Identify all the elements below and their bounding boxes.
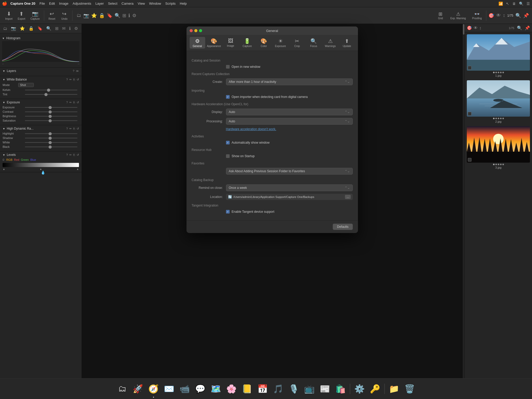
grid-tool-icon[interactable]: ⊞ — [54, 25, 59, 31]
remind-select[interactable]: Once a week ⌃⌄ — [226, 184, 353, 191]
dock-finder[interactable]: 🗂 — [115, 382, 130, 396]
eye-right-icon[interactable]: 👁 — [474, 26, 478, 30]
capture-button[interactable]: 📷 Capture — [28, 10, 42, 21]
menu-adjustments[interactable]: Adjustments — [73, 2, 91, 5]
open-importer-checkbox[interactable]: ✓ — [226, 95, 230, 99]
tangent-checkbox[interactable]: ✓ — [226, 210, 230, 214]
location-browse-btn[interactable]: ... — [345, 195, 350, 199]
dock-safari[interactable]: 🧭 — [146, 382, 161, 396]
star-view-icon[interactable]: ⭐ — [91, 13, 97, 18]
mail-tool-icon[interactable]: ✉ — [61, 25, 66, 31]
pin-icon[interactable]: 📌 — [523, 13, 529, 18]
search-icon[interactable]: 🔍 — [519, 2, 523, 6]
hdr-header[interactable]: ▼ High Dynamic Ra... ? ✏ ⎘ ↺ — [3, 127, 79, 130]
open-new-window-checkbox[interactable] — [226, 65, 230, 69]
menu-image[interactable]: Image — [59, 2, 68, 5]
grid-button[interactable]: ⊞ Grid — [435, 10, 446, 21]
dtb-exposure[interactable]: ☀ Exposure — [273, 37, 288, 49]
menu-scripts[interactable]: Scripts — [165, 2, 176, 5]
dock-appstore[interactable]: 🛍️ — [333, 382, 348, 396]
processing-select[interactable]: Auto ⌃⌄ — [226, 118, 353, 125]
layers-help[interactable]: ? — [73, 69, 74, 73]
menu-layer[interactable]: Layer — [95, 2, 104, 5]
dock-trash[interactable]: 🗑️ — [402, 382, 417, 396]
lock-tool-icon[interactable]: 🔒 — [28, 25, 35, 31]
close-button[interactable] — [190, 29, 193, 32]
eye-icon[interactable]: 👁 — [496, 13, 501, 18]
scrollbar-thumb[interactable] — [463, 24, 464, 35]
apple-menu[interactable]: 🍎 — [2, 1, 7, 6]
menu-view[interactable]: View — [138, 2, 145, 5]
dock-sysprefs[interactable]: ⚙️ — [352, 382, 367, 396]
brightness-thumb[interactable] — [49, 115, 52, 118]
hw-warning-link[interactable]: Hardware acceleration doesn't work. — [226, 127, 276, 131]
target-icon[interactable]: 🎯 — [488, 13, 494, 18]
favorites-select[interactable]: Ask About Adding Previous Session Folder… — [226, 168, 353, 175]
pin-right-icon[interactable]: 📌 — [525, 25, 530, 30]
reset-button[interactable]: ↩ Reset — [46, 10, 58, 21]
dock-facetime[interactable]: 📹 — [177, 382, 192, 396]
wb-reset[interactable]: ↺ — [77, 78, 79, 81]
menu-help[interactable]: Help — [180, 2, 187, 5]
exposure-reset[interactable]: ↺ — [77, 101, 79, 104]
levels-help[interactable]: ? — [66, 153, 68, 157]
exposure-copy[interactable]: ⎘ — [73, 101, 75, 104]
undo-button[interactable]: ↪ Undo — [59, 10, 70, 21]
dock-notes[interactable]: 📒 — [240, 382, 254, 396]
sort-icon[interactable]: ↕ — [503, 13, 505, 18]
dock-podcasts[interactable]: 🎙️ — [287, 382, 301, 396]
dtb-focus[interactable]: 🔍 Focus — [306, 37, 322, 49]
list-icon[interactable]: ☰ — [527, 2, 530, 6]
dock-calendar[interactable]: 📅 — [255, 382, 270, 396]
dock-launchpad[interactable]: 🚀 — [131, 382, 145, 396]
auto-show-checkbox[interactable]: ✓ — [226, 141, 230, 144]
wb-help[interactable]: ? — [66, 78, 68, 81]
hdr-copy[interactable]: ⎘ — [73, 127, 75, 130]
dtb-color[interactable]: 🎨 Color — [256, 37, 272, 49]
dtb-general[interactable]: ⚙ General — [190, 37, 205, 49]
menu-select[interactable]: Select — [108, 2, 117, 5]
maximize-button[interactable] — [199, 29, 202, 32]
dock-mail[interactable]: ✉️ — [162, 382, 176, 396]
dtb-update[interactable]: ⬆ Update — [339, 37, 355, 49]
wb-kelvin-thumb[interactable] — [47, 89, 50, 92]
dock-folder[interactable]: 📁 — [387, 382, 401, 396]
camera-view-icon[interactable]: 📷 — [83, 13, 89, 18]
exposure-thumb[interactable] — [49, 106, 52, 109]
folder-tool-icon[interactable]: 🗂 — [2, 26, 8, 31]
menu-file[interactable]: File — [39, 2, 45, 5]
thumbnail-3[interactable]: 3.jpg — [467, 126, 530, 169]
thumbnail-2-checkbox[interactable] — [468, 112, 471, 116]
info-icon[interactable]: ℹ — [128, 13, 130, 18]
wb-header[interactable]: ▼ White Balance ? ✏ ⎘ ↺ — [3, 78, 79, 81]
grid-icon-toolbar[interactable]: ⊞ — [122, 13, 126, 18]
exposure-header[interactable]: ▼ Exposure ? ✏ ⎘ ↺ — [3, 101, 79, 104]
menu-edit[interactable]: Edit — [49, 2, 55, 5]
hdr-reset[interactable]: ↺ — [77, 127, 79, 130]
levels-header[interactable]: ▼ Levels ? ✏ ⎘ ↺ — [3, 153, 79, 157]
thumbnail-1-checkbox[interactable] — [468, 66, 471, 70]
thumbnail-1[interactable]: 1.jpg — [467, 34, 530, 77]
levels-edit[interactable]: ✏ — [69, 153, 72, 157]
wb-tint-thumb[interactable] — [44, 93, 48, 96]
highlight-thumb[interactable] — [49, 132, 52, 135]
levels-blue-tab[interactable]: Blue — [30, 158, 36, 161]
levels-eyedropper-icon[interactable]: 💧 — [41, 170, 45, 175]
info-tool-icon[interactable]: ℹ — [68, 25, 72, 31]
search-right-panel-icon[interactable]: 🔍 — [517, 25, 522, 30]
dock-maps[interactable]: 🗺️ — [209, 382, 223, 396]
dock-photos[interactable]: 🌸 — [224, 382, 239, 396]
tag-tool-icon[interactable]: 🔖 — [36, 25, 44, 31]
import-button[interactable]: ⬇ Import — [3, 10, 15, 21]
defaults-button[interactable]: Defaults — [333, 224, 353, 230]
exposure-edit[interactable]: ✏ — [69, 101, 72, 104]
create-select[interactable]: After more than 1 hour of inactivity ⌃⌄ — [226, 78, 353, 85]
menu-window[interactable]: Window — [149, 2, 161, 5]
hdr-help[interactable]: ? — [66, 127, 68, 130]
search-tool-icon[interactable]: 🔍 — [45, 25, 52, 31]
export-button[interactable]: ⬆ Export — [16, 10, 27, 21]
layers-more[interactable]: ≫ — [76, 69, 79, 73]
levels-red-tab[interactable]: Red — [14, 158, 19, 161]
dtb-crop[interactable]: ✂ Crop — [289, 37, 305, 49]
lock-icon[interactable]: 🔒 — [99, 13, 105, 18]
